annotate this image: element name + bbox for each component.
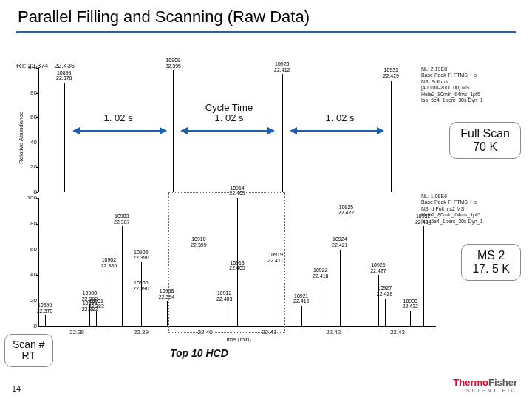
y-axis [38,68,39,192]
arrow-1 [72,127,167,134]
info-ms2: NL: 1.08E6Base Peak F: FTMS + pNSI d Ful… [421,194,510,225]
page-title: Parallel Filling and Scanning (Raw Data) [0,0,532,27]
arrow-2 [180,127,275,134]
title-underline [16,31,516,33]
cycle-time-2: 1. 02 s [214,112,243,123]
logo: ThermoFisher SCIENTIFIC [453,377,517,393]
pill-fullscan: Full Scan70 K [449,122,521,159]
top10-label: Top 10 HCD [170,347,228,359]
x-axis-label: Time (min) [223,336,251,343]
pill-ms2: MS 217. 5 K [461,244,521,281]
page-number: 14 [12,384,21,393]
plot-area: Relative Abundance 0204060801001089822.3… [22,68,436,349]
cycle-time-3: 1. 02 s [325,112,354,123]
info-fullscan: NL: 2.19E8Base Peak F: FTMS + pNSI Full … [421,66,510,103]
arrow-3 [290,127,384,134]
cycle-time-label: Cycle Time [205,102,253,113]
scan-rt-label: Scan #RT [4,334,53,367]
cycle-time-1: 1. 02 s [103,112,132,123]
y-axis-label: Relative Abundance [18,112,24,164]
highlight-box [168,192,285,332]
